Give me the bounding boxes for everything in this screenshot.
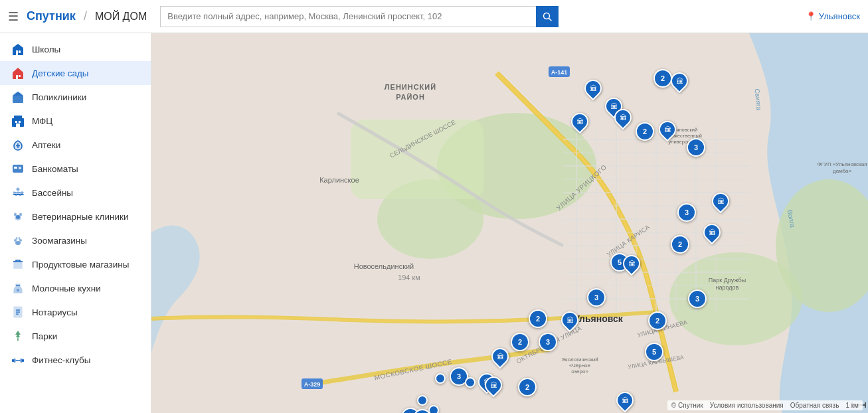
- map-pin-10[interactable]: 3: [677, 203, 696, 222]
- sidebar-item-parks[interactable]: Парки: [0, 324, 151, 348]
- kindergartens-icon: [11, 66, 25, 80]
- svg-rect-41: [21, 359, 23, 363]
- svg-point-33: [17, 289, 19, 291]
- header: ☰ Спутник / МОЙ ДОМ 📍 Ульяновск: [0, 0, 868, 33]
- svg-rect-9: [13, 96, 23, 103]
- map-pin-15[interactable]: 3: [587, 288, 606, 307]
- map-pin-34[interactable]: 5: [413, 409, 432, 413]
- sidebar-item-vet[interactable]: Ветеринарные клиники: [0, 205, 151, 228]
- notary-icon: [11, 305, 25, 319]
- map-pin-21[interactable]: 2: [511, 333, 529, 351]
- vet-label: Ветеринарные клиники: [32, 212, 128, 222]
- location-text: Ульяновск: [819, 11, 860, 21]
- map-pin-9[interactable]: 🏛: [712, 193, 729, 210]
- map-footer: © Спутник Условия использования Обратная…: [667, 400, 863, 410]
- map-pin-2[interactable]: 🏛: [671, 72, 688, 90]
- sidebar-item-milk_kitchen[interactable]: Молочные кухни: [0, 276, 151, 300]
- pin-count-badge[interactable]: 2: [671, 235, 689, 254]
- map-pin-28[interactable]: 🏛: [485, 376, 502, 394]
- sidebar-item-clinics[interactable]: Поликлиники: [0, 85, 151, 109]
- svg-text:Новосельдинский: Новосельдинский: [354, 262, 414, 270]
- sidebar-item-kindergartens[interactable]: Детские сады: [0, 61, 151, 85]
- pin-count-badge[interactable]: 5: [413, 409, 432, 413]
- svg-rect-40: [14, 359, 16, 363]
- parks-label: Парки: [32, 331, 57, 341]
- feedback-link[interactable]: Обратная связь: [790, 402, 839, 409]
- svg-text:А-329: А-329: [304, 381, 321, 388]
- sidebar: ШколыДетские садыПоликлиникиМФЦАптекиБан…: [0, 33, 151, 413]
- pools-icon: [11, 185, 25, 200]
- map-pin-17[interactable]: 2: [529, 309, 547, 328]
- sidebar-item-fitness[interactable]: Фитнес-клубы: [0, 348, 151, 372]
- svg-rect-13: [19, 121, 21, 123]
- pin-count-badge[interactable]: 5: [645, 343, 663, 361]
- svg-text:Парк Дружбы: Парк Дружбы: [709, 277, 746, 284]
- svg-point-31: [19, 237, 21, 240]
- map-pin-0[interactable]: 🏛: [584, 80, 602, 97]
- map-pin-23[interactable]: 🏛: [491, 348, 509, 365]
- pin-count-badge[interactable]: 3: [539, 333, 557, 351]
- map-pin-29[interactable]: 2: [518, 378, 537, 396]
- map-pin-14[interactable]: 🏛: [623, 255, 640, 272]
- main-layout: ШколыДетские садыПоликлиникиМФЦАптекиБан…: [0, 33, 868, 413]
- svg-text:ФГУП «Ульяновская: ФГУП «Ульяновская: [817, 161, 867, 167]
- map-pin-6[interactable]: 2: [636, 122, 654, 141]
- pin-count-badge[interactable]: 3: [587, 288, 606, 307]
- map-pin-11[interactable]: 🏛: [703, 224, 721, 241]
- svg-rect-14: [16, 124, 20, 127]
- map-pin-1[interactable]: 2: [653, 69, 672, 88]
- fitness-icon: [11, 353, 25, 367]
- svg-rect-11: [14, 116, 22, 118]
- pin-count-badge[interactable]: 2: [529, 309, 547, 328]
- pin-count-badge[interactable]: 2: [648, 311, 667, 330]
- map-pin-22[interactable]: 3: [539, 333, 557, 351]
- pin-count-badge[interactable]: 2: [636, 122, 654, 141]
- map-pin-5[interactable]: 🏛: [571, 113, 588, 130]
- location-selector[interactable]: 📍 Ульяновск: [806, 11, 860, 21]
- pin-count-badge[interactable]: 3: [687, 138, 705, 157]
- pin-count-badge[interactable]: 2: [518, 378, 537, 396]
- svg-line-1: [549, 18, 552, 21]
- svg-point-30: [16, 237, 18, 240]
- sidebar-item-schools[interactable]: Школы: [0, 37, 151, 61]
- sidebar-item-atm[interactable]: Банкоматы: [0, 157, 151, 181]
- sidebar-item-pools[interactable]: Бассейны: [0, 181, 151, 205]
- sidebar-item-food_shops[interactable]: Продуктовые магазины: [0, 252, 151, 276]
- svg-rect-6: [16, 75, 18, 79]
- clinics-icon: [11, 90, 25, 104]
- svg-rect-7: [19, 75, 21, 77]
- sidebar-item-pet_shops[interactable]: Зоомагазины: [0, 228, 151, 252]
- map-pin-31[interactable]: [417, 395, 428, 406]
- pin-count-badge[interactable]: 3: [677, 203, 696, 222]
- sidebar-item-notary[interactable]: Нотариусы: [0, 300, 151, 324]
- sidebar-item-mfc[interactable]: МФЦ: [0, 109, 151, 133]
- parks-icon: [11, 329, 25, 343]
- map-pin-24[interactable]: [435, 373, 446, 384]
- svg-text:А-141: А-141: [551, 69, 568, 76]
- menu-icon[interactable]: ☰: [8, 9, 19, 24]
- atm-label: Банкоматы: [32, 164, 78, 174]
- map-pin-30[interactable]: 🏛: [616, 392, 634, 409]
- svg-text:194 км: 194 км: [398, 274, 420, 282]
- map-area[interactable]: А-141 А-329 A-151 ЛЕНИНСКИЙ РАЙОН УЛИЦА …: [151, 33, 868, 413]
- map-pin-4[interactable]: 🏛: [614, 109, 632, 126]
- map-pin-18[interactable]: 🏛: [561, 311, 578, 329]
- search-button[interactable]: [536, 6, 559, 27]
- map-pin-8[interactable]: 3: [687, 138, 705, 157]
- map-pin-19[interactable]: 2: [648, 311, 667, 330]
- pin-count-badge[interactable]: 3: [688, 289, 707, 308]
- header-divider: /: [84, 9, 87, 23]
- map-pin-16[interactable]: 3: [688, 289, 707, 308]
- pin-count-badge[interactable]: 2: [511, 333, 529, 351]
- map-pin-26[interactable]: [465, 377, 476, 388]
- svg-point-22: [17, 188, 20, 191]
- svg-rect-18: [13, 165, 23, 173]
- pin-count-badge[interactable]: 2: [653, 69, 672, 88]
- map-pin-20[interactable]: 5: [645, 343, 663, 361]
- map-pin-7[interactable]: 🏛: [659, 121, 676, 138]
- sidebar-item-pharmacies[interactable]: Аптеки: [0, 133, 151, 157]
- terms-link[interactable]: Условия использования: [710, 402, 784, 409]
- search-input[interactable]: [160, 6, 536, 27]
- map-pin-12[interactable]: 2: [671, 235, 689, 254]
- search-wrapper: [160, 6, 559, 27]
